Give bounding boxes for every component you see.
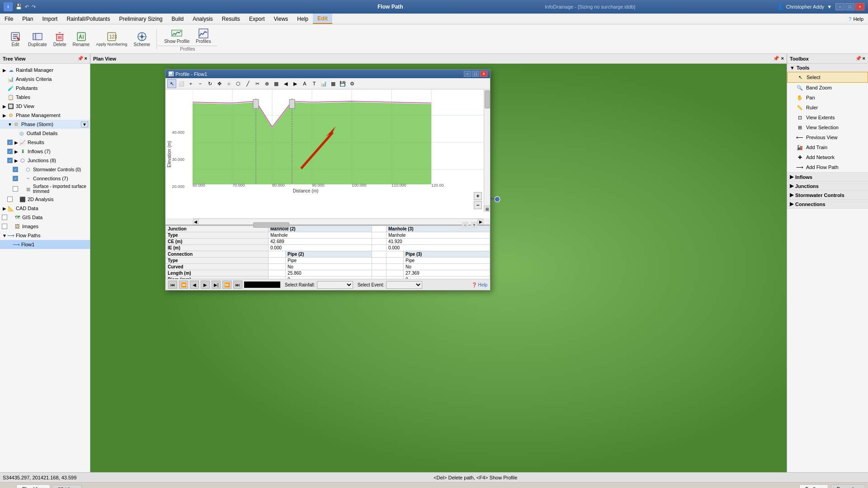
connections-section-header[interactable]: ▶ Connections: [787, 200, 868, 208]
move-btn[interactable]: ✥: [215, 79, 224, 88]
menu-import[interactable]: Import: [38, 14, 62, 24]
scroll-right-btn[interactable]: ▶: [477, 219, 484, 225]
toolbox-view-extents[interactable]: ⊡ View Extents: [787, 113, 868, 122]
zoom-out-btn[interactable]: −: [196, 79, 205, 88]
graph-btn[interactable]: 📊: [319, 79, 328, 88]
expand-icon[interactable]: ▶: [2, 104, 7, 109]
stormwater-section-header[interactable]: ▶ Stormwater Controls: [787, 191, 868, 199]
show-profile-btn[interactable]: Show Profile: [161, 26, 192, 46]
scroll-thumb-v[interactable]: [485, 90, 490, 108]
tree-item-phase-mgmt[interactable]: ▶ ⚙ Phase Management: [0, 111, 90, 120]
plan-view-close[interactable]: ×: [781, 56, 784, 61]
tree-item-results[interactable]: ✓ ▶ 📈 Results: [0, 138, 90, 147]
expand-icon[interactable]: ▼: [7, 122, 13, 127]
tree-item-3dview[interactable]: ▶ 🔲 3D View: [0, 102, 90, 111]
expand-icon[interactable]: ▶: [2, 113, 7, 118]
redo-btn[interactable]: ↷: [32, 4, 36, 10]
menu-rainfall[interactable]: Rainfall/Pollutants: [62, 14, 114, 24]
tree-item-cad[interactable]: ▶ 📐 CAD Data: [0, 204, 90, 213]
path-left-btn[interactable]: ◀: [281, 79, 290, 88]
toolbox-add-flow-path[interactable]: ⟶ Add Flow Path: [787, 162, 868, 172]
text-btn[interactable]: T: [310, 79, 319, 88]
tree-item-2d-analysis[interactable]: ⬛ 2D Analysis: [0, 195, 90, 204]
play-step-fwd-btn[interactable]: ▶|: [212, 281, 221, 289]
play-back-btn[interactable]: ⏪: [179, 281, 188, 289]
plan-view-content[interactable]: 📊 Profile - Flow1 − □ × ↖ ⬜ + −: [90, 64, 787, 472]
gis-checkbox[interactable]: [2, 215, 7, 220]
tree-item-pollutants[interactable]: 🧪 Pollutants: [0, 84, 90, 93]
circle-btn[interactable]: ○: [224, 79, 233, 88]
export-img-btn[interactable]: 💾: [338, 79, 347, 88]
event-select[interactable]: [386, 281, 422, 289]
rotate-btn[interactable]: ↻: [205, 79, 214, 88]
scroll-thumb-h[interactable]: [253, 222, 289, 228]
delete-btn[interactable]: Delete: [51, 29, 69, 49]
menu-file[interactable]: File: [0, 14, 18, 24]
profile-titlebar[interactable]: 📊 Profile - Flow1 − □ ×: [165, 70, 490, 78]
tree-item-analysis-criteria[interactable]: 📊 Analysis Criteria: [0, 75, 90, 84]
scheme-btn[interactable]: Scheme: [131, 29, 153, 49]
rainfall-select[interactable]: [317, 281, 353, 289]
2d-checkbox[interactable]: [7, 197, 13, 202]
trim-btn[interactable]: ✂: [253, 79, 262, 88]
tree-view-close[interactable]: ×: [85, 56, 87, 61]
connections-checkbox[interactable]: ✓: [13, 176, 18, 181]
edit-btn[interactable]: Edit: [6, 29, 24, 49]
stormwater-checkbox[interactable]: ✓: [13, 167, 18, 172]
tree-item-flow-paths[interactable]: ▼ ⟶ Flow Paths: [0, 231, 90, 240]
menu-build[interactable]: Build: [167, 14, 188, 24]
zoom-rect-btn[interactable]: ⬜: [177, 79, 186, 88]
expand-icon[interactable]: ▶: [2, 206, 7, 211]
toolbox-add-network[interactable]: ✚ Add Network: [787, 152, 868, 162]
help-btn[interactable]: ? Help: [844, 15, 868, 23]
tree-item-outfall[interactable]: ◎ Outfall Details: [0, 129, 90, 138]
polygon-btn[interactable]: ⬡: [234, 79, 243, 88]
toolbox-previous-view[interactable]: ⟵ Previous View: [787, 132, 868, 142]
scroll-zoom-minus[interactable]: −: [462, 222, 468, 228]
tree-item-flow1[interactable]: ⟶ Flow1: [0, 240, 90, 249]
toolbox-ruler[interactable]: 📏 Ruler: [787, 103, 868, 113]
zoom-out-chart[interactable]: −: [474, 201, 482, 209]
menu-plan[interactable]: Plan: [18, 14, 38, 24]
apply-numbering-btn[interactable]: 123 Apply Numbering: [93, 29, 130, 48]
results-checkbox[interactable]: ✓: [7, 140, 13, 145]
chart-scroll-h[interactable]: ◀ − + ▶: [193, 218, 484, 225]
toolbox-band-zoom[interactable]: 🔍 Band Zoom: [787, 83, 868, 93]
junctions-section-header[interactable]: ▶ Junctions: [787, 182, 868, 190]
plan-view-pin[interactable]: 📌: [773, 56, 779, 61]
inflows-section-header[interactable]: ▶ Inflows: [787, 173, 868, 181]
user-area[interactable]: 👤 Christopher Addy ▼: [777, 4, 832, 10]
menu-export[interactable]: Export: [245, 14, 269, 24]
tree-item-surface[interactable]: ▦ Surface - imported surface trimmed: [0, 183, 90, 195]
chart-scroll-v[interactable]: ⊞: [484, 89, 490, 212]
menu-views[interactable]: Views: [269, 14, 293, 24]
toolbox-pan[interactable]: ✋ Pan: [787, 93, 868, 103]
expand-icon[interactable]: ▶: [2, 68, 7, 73]
tree-item-junctions[interactable]: ✓ ▶ ⬡ Junctions (8): [0, 156, 90, 165]
play-step-back-btn[interactable]: ◀: [190, 281, 199, 289]
phase-dropdown[interactable]: ▼: [81, 122, 88, 127]
tree-item-gis[interactable]: 🗺 GIS Data: [0, 213, 90, 222]
toolbox-pin[interactable]: 📌: [855, 56, 862, 61]
profiles-btn[interactable]: Profiles: [193, 26, 213, 46]
fill-btn[interactable]: ▦: [272, 79, 281, 88]
tree-item-phase-storm[interactable]: ▼ ⚙ Phase (Storm) ▼: [0, 120, 90, 129]
toolbox-add-train[interactable]: 🚂 Add Train: [787, 142, 868, 152]
toolbox-close[interactable]: ×: [863, 56, 865, 61]
menu-edit[interactable]: Edit: [313, 14, 332, 24]
rename-btn[interactable]: Rename: [70, 29, 93, 49]
inflows-checkbox[interactable]: ✓: [7, 149, 13, 154]
quick-save[interactable]: 💾: [15, 4, 22, 10]
expand-icon[interactable]: ▼: [2, 233, 7, 238]
layer-btn[interactable]: ⊕: [262, 79, 271, 88]
close-btn[interactable]: ×: [855, 3, 864, 10]
user-dropdown-icon[interactable]: ▼: [827, 4, 832, 9]
expand-icon[interactable]: ▶: [14, 158, 19, 163]
play-start-btn[interactable]: ⏮: [168, 281, 177, 289]
profile-close[interactable]: ×: [480, 71, 487, 77]
table-btn[interactable]: ▦: [329, 79, 338, 88]
chart-main[interactable]: 60.000 70.000 80.000 90.000 100.000 110.…: [193, 89, 490, 218]
tree-item-tables[interactable]: 📋 Tables: [0, 93, 90, 102]
toolbox-select[interactable]: ↖ Select: [787, 72, 868, 83]
play-btn[interactable]: ▶: [201, 281, 210, 289]
